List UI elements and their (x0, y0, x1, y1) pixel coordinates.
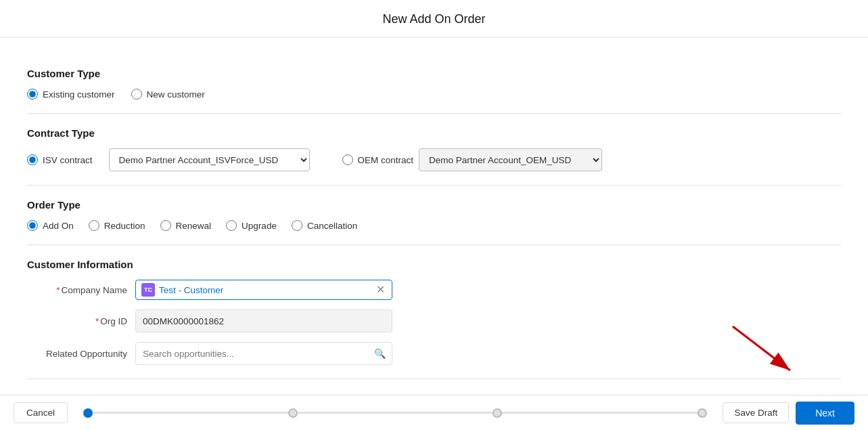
renewal-option[interactable]: Renewal (160, 220, 212, 231)
addon-option[interactable]: Add On (27, 220, 74, 231)
oem-contract-label: OEM contract (358, 155, 414, 165)
progress-track (88, 412, 702, 414)
reduction-label: Reduction (104, 221, 145, 231)
progress-dot-2 (288, 408, 298, 418)
isv-contract-dropdown[interactable]: Demo Partner Account_ISVForce_USD (109, 148, 310, 171)
renewal-radio[interactable] (160, 220, 171, 231)
cancellation-radio[interactable] (292, 220, 302, 231)
company-name-input-wrapper[interactable]: TC ✕ (135, 280, 392, 300)
company-name-row: *Company Name TC ✕ (27, 280, 841, 300)
reduction-radio[interactable] (89, 220, 99, 231)
org-id-row: *Org ID (27, 309, 841, 332)
related-opportunity-label: Related Opportunity (27, 349, 135, 359)
progress-dot-3 (493, 408, 502, 418)
oem-contract-option[interactable]: OEM contract (342, 154, 414, 165)
existing-customer-option[interactable]: Existing customer (27, 89, 115, 100)
progress-dot-4 (698, 408, 707, 418)
company-name-label: *Company Name (27, 285, 135, 295)
order-type-section: Order Type Add On Reduction Renewal Upgr… (27, 186, 841, 245)
required-star-org: * (95, 316, 99, 326)
customer-type-radio-group: Existing customer New customer (27, 89, 841, 100)
customer-info-form: *Company Name TC ✕ *Org ID (27, 280, 841, 365)
oem-group: OEM contract Demo Partner Account_OEM_US… (342, 148, 603, 171)
isv-contract-radio[interactable] (27, 154, 38, 165)
isv-contract-label: ISV contract (43, 155, 93, 165)
order-type-label: Order Type (27, 199, 841, 211)
upgrade-label: Upgrade (242, 221, 277, 231)
upgrade-option[interactable]: Upgrade (226, 220, 277, 231)
isv-contract-select-wrapper: Demo Partner Account_ISVForce_USD (109, 148, 310, 171)
reduction-option[interactable]: Reduction (89, 220, 145, 231)
next-button[interactable]: Next (796, 402, 854, 425)
progress-dot-1 (83, 408, 93, 418)
new-customer-radio[interactable] (131, 89, 142, 100)
page-title: New Add On Order (0, 0, 868, 38)
customer-information-section: Customer Information *Company Name TC ✕ (27, 245, 841, 379)
cancellation-label: Cancellation (307, 221, 357, 231)
footer-right: Save Draft Next (723, 402, 854, 425)
company-icon: TC (141, 283, 155, 297)
renewal-label: Renewal (176, 221, 212, 231)
related-opportunity-input[interactable] (135, 342, 392, 365)
upgrade-radio[interactable] (226, 220, 237, 231)
new-customer-label: New customer (147, 89, 205, 100)
company-icon-text: TC (144, 286, 152, 293)
save-draft-button[interactable]: Save Draft (723, 402, 789, 423)
company-name-clear-button[interactable]: ✕ (375, 284, 386, 295)
progress-bar-container (68, 412, 723, 414)
org-id-label: *Org ID (27, 316, 135, 326)
company-name-input[interactable] (159, 285, 375, 295)
footer-left: Cancel (14, 402, 68, 423)
addon-radio[interactable] (27, 220, 38, 231)
org-id-input (135, 309, 392, 332)
cancellation-option[interactable]: Cancellation (292, 220, 357, 231)
existing-customer-label: Existing customer (43, 89, 115, 100)
new-customer-option[interactable]: New customer (131, 89, 205, 100)
oem-contract-radio[interactable] (342, 154, 353, 165)
customer-type-label: Customer Type (27, 68, 841, 79)
customer-type-section: Customer Type Existing customer New cust… (27, 54, 841, 114)
main-content: Customer Type Existing customer New cust… (0, 38, 868, 417)
isv-contract-option[interactable]: ISV contract (27, 154, 93, 165)
oem-contract-dropdown[interactable]: Demo Partner Account_OEM_USD (419, 148, 602, 171)
cancel-button[interactable]: Cancel (14, 402, 68, 423)
addon-label: Add On (43, 221, 74, 231)
contract-type-row: ISV contract Demo Partner Account_ISVFor… (27, 148, 841, 171)
customer-information-label: Customer Information (27, 259, 841, 270)
order-type-radio-group: Add On Reduction Renewal Upgrade Cancell… (27, 220, 841, 231)
contract-type-section: Contract Type ISV contract Demo Partner … (27, 114, 841, 186)
existing-customer-radio[interactable] (27, 89, 38, 100)
required-star: * (56, 285, 60, 295)
contract-type-label: Contract Type (27, 127, 841, 139)
footer: Cancel Save Draft Next (0, 395, 868, 430)
related-opportunity-row: Related Opportunity 🔍 (27, 342, 841, 365)
related-opportunity-search-wrapper: 🔍 (135, 342, 392, 365)
